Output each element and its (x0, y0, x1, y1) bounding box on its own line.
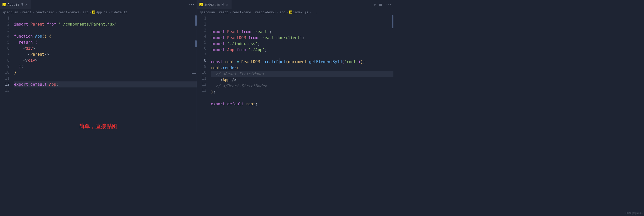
close-icon[interactable]: × (225, 3, 229, 7)
js-file-icon: JS (3, 3, 6, 6)
tab-actions: ··· (188, 3, 194, 7)
gutter: 12345678910111213 (0, 15, 14, 132)
git-compare-icon[interactable]: ⎋ (374, 3, 376, 7)
js-file-icon: JS (199, 3, 203, 6)
more-icon[interactable]: ··· (385, 3, 391, 7)
tab-index-js[interactable]: JS index.js M × (197, 0, 232, 9)
minimap-thumb[interactable] (195, 40, 197, 47)
modified-indicator: M (21, 3, 23, 6)
more-icon[interactable]: ··· (188, 3, 194, 7)
left-pane: JS App.js M × ··· qianduan › react › rea… (0, 0, 197, 132)
left-tab-bar: JS App.js M × ··· (0, 0, 197, 9)
tab-actions: ⎋ ◫ ··· (374, 3, 391, 7)
code-lines[interactable]: import React from 'react';import ReactDO… (211, 15, 394, 132)
minimap-thumb[interactable] (195, 15, 197, 26)
modified-indicator: M (222, 3, 224, 6)
right-breadcrumbs[interactable]: qianduan › react › react-demo › react-de… (197, 9, 394, 15)
right-tab-bar: JS index.js M × ⎋ ◫ ··· (197, 0, 394, 9)
right-code-area[interactable]: 12345678910111213 import React from 'rea… (197, 15, 394, 132)
editor-container: JS App.js M × ··· qianduan › react › rea… (0, 0, 393, 132)
minimap-thumb[interactable] (392, 15, 393, 28)
gutter: 12345678910111213 (197, 15, 211, 132)
close-icon[interactable]: × (24, 3, 28, 7)
right-pane: JS index.js M × ⎋ ◫ ··· qianduan › react… (197, 0, 394, 132)
code-lines[interactable]: import Parent from './components/Parent.… (14, 15, 197, 132)
left-breadcrumbs[interactable]: qianduan › react › react-demo › react-de… (0, 9, 197, 15)
tab-name: index.js (204, 3, 220, 6)
split-editor-icon[interactable]: ◫ (379, 3, 381, 7)
tab-app-js[interactable]: JS App.js M × (0, 0, 31, 9)
minimap[interactable] (391, 15, 393, 132)
left-code-area[interactable]: 12345678910111213 import Parent from './… (0, 15, 197, 132)
tab-name: App.js (8, 3, 19, 6)
overview-mark (192, 73, 196, 74)
